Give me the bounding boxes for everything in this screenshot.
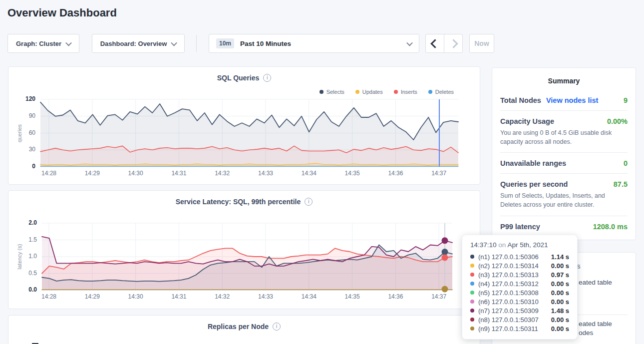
node-color-dot-icon (470, 255, 474, 259)
graph-dropdown-label: Graph: Cluster (16, 40, 61, 47)
summary-row-value: 9 (624, 96, 628, 104)
summary-row-label: Unavailable ranges (500, 159, 566, 167)
summary-rows: Total NodesView nodes list9Capacity Usag… (500, 90, 628, 237)
summary-row-head: Queries per second87.5 (500, 180, 628, 188)
time-range-select[interactable]: 10m Past 10 Minutes (209, 34, 419, 53)
tooltip-node-label: (n8) 127.0.0.1:50307 (478, 316, 539, 324)
node-color-dot-icon (470, 291, 474, 295)
toolbar-divider (196, 35, 197, 52)
tooltip-node-label: (n4) 127.0.0.1:50312 (478, 280, 539, 288)
tooltip-node-label: (n5) 127.0.0.1:50308 (478, 289, 539, 297)
chevron-down-icon (406, 39, 413, 46)
chevron-left-icon (430, 39, 439, 48)
summary-row-label: Capacity Usage (500, 117, 554, 125)
replicas-per-node-panel: Replicas per Node i (8, 315, 480, 344)
tooltip-node-value: 1.14 s (551, 253, 569, 261)
event-item[interactable]: odes (579, 329, 593, 337)
time-range-label: Past 10 Minutes (240, 40, 291, 47)
tooltip-node-value: 0.00 s (551, 262, 569, 270)
tooltip-rows: (n1) 127.0.0.1:503061.14 s(n2) 127.0.0.1… (470, 252, 569, 333)
summary-row-value: 0 (624, 159, 628, 167)
sql-queries-chart[interactable] (8, 67, 480, 185)
summary-row-head: Total NodesView nodes list9 (500, 96, 628, 104)
chevron-right-icon (449, 39, 458, 48)
summary-row: Unavailable ranges0 (500, 152, 628, 173)
summary-row: Capacity Usage0.00%You are using 0 B of … (500, 110, 628, 152)
service-latency-chart[interactable] (8, 191, 480, 309)
tooltip-node-value: 0.00 s (551, 280, 569, 288)
event-item[interactable]: eated table (579, 320, 612, 328)
tooltip-node-label: (n6) 127.0.0.1:50310 (478, 298, 539, 306)
tooltip-node-value: 0.97 s (551, 271, 569, 279)
chart-hover-tooltip: 14:37:10 on Apr 5th, 2021 (n1) 127.0.0.1… (462, 235, 578, 340)
service-latency-panel: Service Latency: SQL, 99th percentile i … (8, 190, 480, 309)
tooltip-row: (n5) 127.0.0.1:503080.00 s (470, 288, 569, 297)
now-button[interactable]: Now (469, 34, 494, 53)
node-color-dot-icon (470, 273, 474, 277)
node-color-dot-icon (470, 264, 474, 268)
event-item[interactable]: eated table (579, 279, 612, 286)
time-prev-button[interactable] (425, 34, 444, 53)
tooltip-row: (n7) 127.0.0.1:503091.48 s (470, 306, 569, 315)
time-next-button[interactable] (444, 34, 463, 53)
tooltip-node-label: (n1) 127.0.0.1:50306 (478, 253, 539, 261)
summary-title: Summary (500, 77, 628, 85)
node-color-dot-icon (470, 327, 474, 331)
tooltip-node-value: 0.00 s (551, 316, 569, 324)
summary-row-head: Unavailable ranges0 (500, 159, 628, 167)
info-icon[interactable]: i (273, 323, 281, 331)
time-range-badge: 10m (216, 38, 234, 48)
summary-row: Queries per second87.5Sum of Selects, Up… (500, 173, 628, 215)
summary-row-description: Sum of Selects, Updates, Inserts, and De… (500, 191, 628, 209)
tooltip-row: (n2) 127.0.0.1:503140.00 s (470, 261, 569, 270)
summary-row-value: 0.00% (607, 117, 628, 125)
node-color-dot-icon (470, 282, 474, 286)
summary-row-label: Queries per second (500, 180, 568, 188)
summary-row-description: You are using 0 B of 4.5 GiB usable disk… (500, 128, 628, 146)
sql-queries-panel: SQL Queries i SelectsUpdatesInsertsDelet… (8, 66, 480, 185)
summary-row: Total NodesView nodes list9 (500, 90, 628, 110)
tooltip-row: (n8) 127.0.0.1:503070.00 s (470, 315, 569, 324)
tooltip-node-label: (n9) 127.0.0.1:50311 (478, 325, 538, 333)
now-button-label: Now (470, 39, 494, 47)
node-color-dot-icon (470, 309, 474, 313)
node-color-dot-icon (470, 318, 474, 322)
tooltip-node-value: 0.00 s (551, 298, 569, 306)
tooltip-node-label: (n3) 127.0.0.1:50313 (478, 271, 539, 279)
graph-dropdown[interactable]: Graph: Cluster (7, 34, 79, 53)
overview-dashboard-page: Overview Dashboard Graph: Cluster Dashbo… (0, 0, 644, 344)
summary-row-label: P99 latency (500, 223, 540, 231)
tooltip-node-value: 0.00 s (551, 289, 569, 297)
tooltip-node-label: (n7) 127.0.0.1:50309 (478, 307, 539, 315)
replicas-title: Replicas per Node (208, 323, 269, 331)
summary-row-value: 1208.0 ms (593, 223, 628, 231)
node-color-dot-icon (470, 300, 474, 304)
tooltip-row: (n9) 127.0.0.1:503110.00 s (470, 324, 569, 333)
summary-row-value: 87.5 (614, 180, 628, 188)
page-title: Overview Dashboard (7, 6, 117, 19)
summary-row-label: Total Nodes (500, 96, 541, 104)
summary-row-head: P99 latency1208.0 ms (500, 223, 628, 231)
view-nodes-list-link[interactable]: View nodes list (546, 96, 599, 104)
dashboard-dropdown[interactable]: Dashboard: Overview (92, 34, 185, 53)
tooltip-row: (n3) 127.0.0.1:503130.97 s (470, 270, 569, 279)
summary-row: P99 latency1208.0 ms (500, 216, 628, 237)
chevron-down-icon (65, 39, 72, 46)
summary-panel: Summary Total NodesView nodes list9Capac… (492, 67, 636, 240)
tooltip-row: (n1) 127.0.0.1:503061.14 s (470, 252, 569, 261)
dashboard-dropdown-label: Dashboard: Overview (100, 40, 167, 47)
chevron-down-icon (171, 39, 177, 46)
tooltip-node-value: 1.48 s (551, 307, 569, 315)
tooltip-timestamp: 14:37:10 on Apr 5th, 2021 (470, 241, 569, 249)
summary-row-head: Capacity Usage0.00% (500, 117, 628, 125)
tooltip-node-label: (n2) 127.0.0.1:50314 (478, 262, 539, 270)
tooltip-node-value: 0.00 s (551, 325, 569, 333)
tooltip-row: (n4) 127.0.0.1:503120.00 s (470, 279, 569, 288)
tooltip-row: (n6) 127.0.0.1:503100.00 s (470, 297, 569, 306)
